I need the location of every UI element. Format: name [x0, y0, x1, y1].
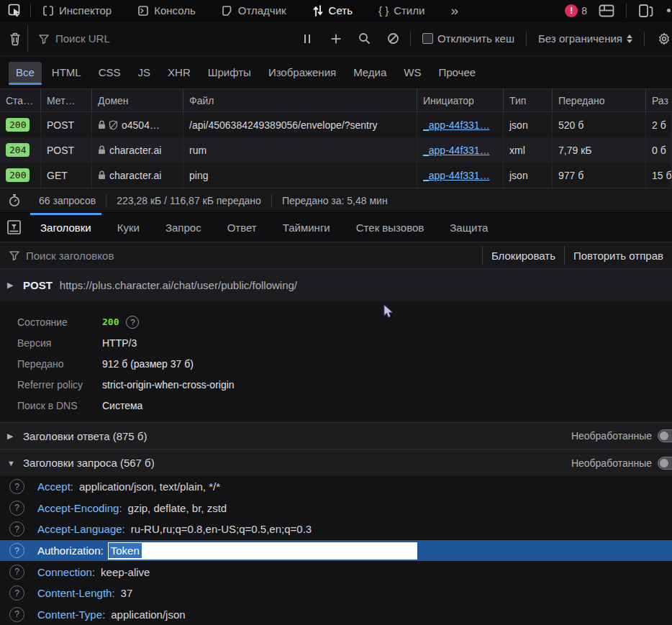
responsive-design-button[interactable] — [634, 0, 658, 22]
tab-stack-trace[interactable]: Стек вызовов — [343, 213, 437, 242]
header-help-icon[interactable]: ? — [9, 565, 24, 580]
filter-html[interactable]: HTML — [45, 62, 88, 83]
header-row[interactable]: ? Content-Length: 37 — [0, 583, 672, 604]
filter-media[interactable]: Медиа — [346, 62, 394, 83]
resend-button[interactable]: Повторить отправ — [565, 242, 672, 268]
help-icon[interactable]: ? — [126, 316, 139, 329]
more-tabs-button[interactable]: » — [450, 3, 458, 19]
initiator-link[interactable]: _app-44f331… — [423, 119, 490, 131]
tab-network[interactable]: Сеть — [312, 4, 353, 17]
filter-images[interactable]: Изображения — [261, 62, 343, 83]
details-tab-bar: Заголовки Куки Запрос Ответ Тайминги Сте… — [0, 212, 672, 242]
disable-cache-control[interactable]: Отключить кеш — [415, 32, 522, 45]
initiator-link[interactable]: _app-44f331… — [423, 145, 490, 156]
header-help-icon[interactable]: ? — [9, 501, 24, 516]
error-count-button[interactable]: ! 8 — [565, 4, 587, 17]
column-type[interactable]: Тип — [504, 89, 553, 111]
transferred-size: 912 б (размер 37 б) — [102, 358, 194, 370]
column-size[interactable]: Раз — [646, 89, 672, 111]
raw-headers-toggle[interactable] — [658, 457, 672, 470]
authorization-value-input[interactable]: Token — [108, 542, 417, 560]
response-headers-section[interactable]: ▶ Заголовки ответа (875 б) Необработанны… — [0, 422, 672, 449]
column-file[interactable]: Файл — [183, 89, 417, 111]
domain-cell: character.ai — [109, 170, 161, 181]
expander-icon[interactable]: ▶ — [7, 432, 16, 441]
pause-traffic-button[interactable] — [295, 28, 319, 50]
headers-filter-input[interactable] — [26, 250, 482, 262]
file-cell: /api/4506384249389056/envelope/?sentry — [183, 112, 417, 137]
header-help-icon[interactable]: ? — [9, 607, 24, 622]
column-status[interactable]: Ста… — [0, 89, 41, 111]
filter-fonts[interactable]: Шрифты — [201, 62, 258, 83]
block-button[interactable]: Блокировать — [483, 242, 564, 268]
request-headers-section[interactable]: ▼ Заголовки запроса (567 б) Необработанн… — [0, 449, 672, 476]
column-domain[interactable]: Домен — [92, 89, 183, 111]
column-transferred[interactable]: Передано — [553, 89, 646, 111]
filter-ws[interactable]: WS — [396, 62, 428, 83]
url-filter — [38, 32, 295, 45]
chevron-double-icon: » — [450, 3, 458, 19]
raw-headers-toggle[interactable] — [658, 429, 672, 442]
throttling-dropdown[interactable]: Без ограничения — [531, 32, 640, 45]
filter-all[interactable]: Все — [9, 62, 42, 83]
type-cell: json — [504, 112, 553, 137]
initiator-link[interactable]: _app-44f331… — [423, 170, 490, 181]
section-title: Заголовки запроса (567 б) — [23, 457, 155, 469]
toggle-details-panel-button[interactable] — [0, 213, 27, 242]
search-requests-button[interactable] — [353, 28, 377, 50]
collapse-icon[interactable]: ▼ — [7, 459, 16, 467]
tab-console[interactable]: Консоль — [137, 4, 196, 17]
disable-cache-checkbox[interactable] — [422, 33, 433, 44]
split-console-button[interactable] — [594, 0, 619, 22]
lock-icon — [98, 170, 106, 180]
new-request-button[interactable] — [324, 28, 348, 50]
column-method[interactable]: Мет… — [41, 89, 92, 111]
tab-headers[interactable]: Заголовки — [27, 213, 104, 242]
type-filter-bar: Все HTML CSS JS XHR Шрифты Изображения М… — [0, 56, 672, 88]
block-requests-button[interactable] — [381, 28, 406, 50]
filter-xhr[interactable]: XHR — [160, 62, 198, 83]
method-cell: GET — [41, 163, 92, 188]
header-help-icon[interactable]: ? — [9, 585, 24, 601]
header-help-icon[interactable]: ? — [9, 479, 24, 494]
error-count: 8 — [581, 5, 587, 17]
selected-text: Token — [109, 543, 142, 558]
tab-response[interactable]: Ответ — [214, 213, 270, 242]
pick-element-button[interactable] — [0, 0, 30, 21]
header-row[interactable]: ? Content-Type: application/json — [0, 603, 672, 625]
header-row[interactable]: ? Accept-Language: ru-RU,ru;q=0.8,en-US;… — [0, 519, 672, 540]
table-row[interactable]: 200 GET character.ai ping _app-44f331… j… — [0, 163, 672, 188]
performance-analysis-button[interactable] — [0, 190, 29, 211]
transferred-cell: 7,79 кБ — [553, 137, 646, 163]
request-summary-row[interactable]: ▶ POST https://plus.character.ai/chat/us… — [0, 269, 672, 301]
expander-icon[interactable]: ▶ — [7, 280, 16, 290]
toolbar-separator — [644, 32, 645, 46]
url-filter-input[interactable] — [55, 32, 295, 45]
inspector-icon — [42, 5, 54, 17]
table-row[interactable]: 204 POST character.ai rum _app-44f331… x… — [0, 137, 672, 163]
tab-styles[interactable]: { } Стили — [378, 4, 424, 17]
filter-other[interactable]: Прочее — [431, 62, 483, 83]
filter-js[interactable]: JS — [131, 62, 158, 83]
tab-request[interactable]: Запрос — [153, 213, 214, 242]
clear-requests-button[interactable] — [3, 28, 27, 50]
meatball-menu-icon[interactable] — [667, 9, 671, 12]
column-initiator[interactable]: Инициатор — [417, 89, 504, 111]
tab-security[interactable]: Защита — [437, 213, 501, 242]
header-row-selected[interactable]: ? Authorization: Token — [0, 540, 672, 562]
disable-cache-label: Отключить кеш — [437, 32, 514, 45]
header-help-icon[interactable]: ? — [9, 543, 24, 558]
header-row[interactable]: ? Connection: keep-alive — [0, 561, 672, 583]
header-row[interactable]: ? Accept: application/json, text/plain, … — [0, 476, 672, 498]
header-row[interactable]: ? Accept-Encoding: gzip, deflate, br, zs… — [0, 498, 672, 519]
header-help-icon[interactable]: ? — [9, 521, 24, 537]
tab-inspector[interactable]: Инспектор — [42, 4, 112, 17]
network-settings-button[interactable] — [652, 28, 672, 50]
pick-element-icon — [8, 4, 22, 18]
tab-cookies[interactable]: Куки — [104, 213, 153, 242]
table-row[interactable]: 200 POST o4504… /api/4506384249389056/en… — [0, 112, 672, 137]
header-value: application/json — [111, 608, 185, 621]
tab-debugger[interactable]: Отладчик — [222, 4, 286, 17]
tab-timings[interactable]: Тайминги — [270, 213, 343, 242]
filter-css[interactable]: CSS — [91, 62, 128, 83]
